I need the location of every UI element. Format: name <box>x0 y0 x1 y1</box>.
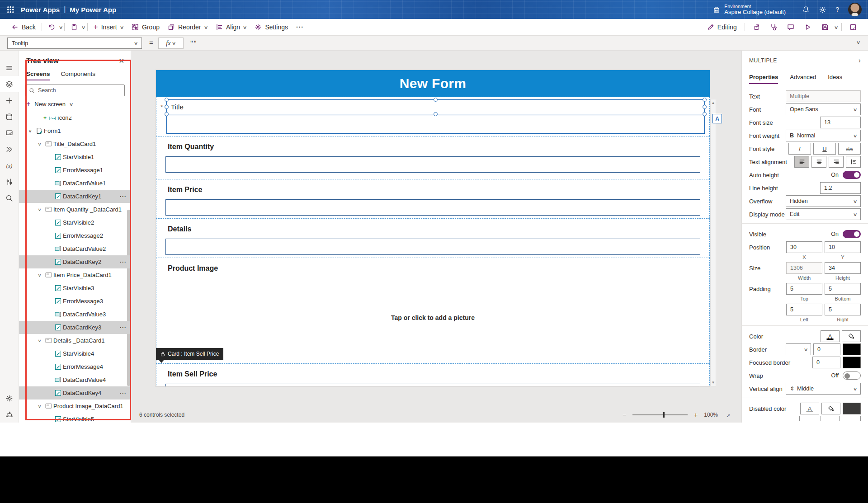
disabled-font-color-button[interactable]: A <box>800 403 819 414</box>
tab-components[interactable]: Components <box>61 71 96 80</box>
comments-button[interactable] <box>783 20 798 34</box>
app-launcher-icon[interactable] <box>0 6 21 13</box>
save-button[interactable] <box>817 20 833 34</box>
card-value-input[interactable] <box>166 116 705 134</box>
rail-item-search[interactable] <box>0 190 19 206</box>
font-size-input[interactable]: 13 <box>820 117 861 128</box>
tree-item[interactable]: DataCardValue2 <box>19 242 131 255</box>
rail-item-tree-view[interactable] <box>0 76 19 92</box>
overflow-dropdown[interactable]: Hidden∨ <box>786 195 861 207</box>
focused-border-width-input[interactable]: 0 <box>812 357 840 368</box>
vertical-align-dropdown[interactable]: ⇕Middle∨ <box>786 383 861 395</box>
disabled-color-swatch[interactable] <box>843 403 861 414</box>
size-width-input[interactable]: 1306 <box>786 262 822 274</box>
tree-item[interactable]: ErrorMessage1 <box>19 164 131 177</box>
strikethrough-button[interactable]: abc <box>838 143 861 155</box>
card-value-input[interactable] <box>165 384 700 386</box>
card-value-input[interactable] <box>165 156 700 173</box>
auto-height-toggle[interactable] <box>843 171 861 179</box>
rail-item-advanced-tools[interactable] <box>0 174 19 190</box>
tree-item[interactable]: StarVisible5 <box>19 413 131 423</box>
align-left-button[interactable] <box>794 156 809 168</box>
undo-menu-chevron[interactable]: ∨ <box>59 25 63 30</box>
rail-item-data[interactable] <box>0 108 19 125</box>
tree-item[interactable]: DataCardValue1 <box>19 177 131 190</box>
fit-to-window-icon[interactable]: ↔ <box>722 410 732 419</box>
visible-toggle[interactable] <box>843 230 861 238</box>
tree-item[interactable]: ∨Item Price_DataCard1 <box>19 268 131 282</box>
form-title-bar[interactable]: New Form <box>156 70 710 97</box>
selection-handle[interactable] <box>165 112 169 116</box>
position-y-input[interactable]: 10 <box>825 241 861 253</box>
tree-item[interactable]: ErrorMessage2 <box>19 229 131 242</box>
brand-title[interactable]: Power Apps <box>21 6 60 14</box>
tree-item[interactable]: StarVisible4 <box>19 347 131 360</box>
rail-item-power-automate[interactable] <box>0 141 19 157</box>
tree-item[interactable]: StarVisible2 <box>19 216 131 229</box>
data-card-details[interactable]: Details <box>156 218 710 258</box>
zoom-in-button[interactable]: + <box>694 411 698 418</box>
group-button[interactable]: Group <box>127 20 164 34</box>
border-width-input[interactable]: 0 <box>813 343 840 355</box>
tree-item[interactable]: DataCardKey1··· <box>19 190 131 203</box>
formula-input[interactable]: "" <box>190 40 197 47</box>
font-dropdown[interactable]: Open Sans∨ <box>786 103 861 115</box>
font-color-button[interactable]: A <box>821 330 840 342</box>
scroll-up-icon[interactable]: ▲ <box>711 101 716 105</box>
tab-screens[interactable]: Screens <box>26 71 50 80</box>
data-card-item-quantity[interactable]: Item Quantity <box>156 136 710 179</box>
expand-chevron-icon[interactable]: ∨ <box>34 273 44 277</box>
tree-item[interactable]: ∨Details _DataCard1 <box>19 334 131 347</box>
zoom-slider-thumb[interactable] <box>663 412 665 418</box>
notifications-icon[interactable] <box>802 6 810 14</box>
data-card-title[interactable]: *Title <box>156 97 710 136</box>
back-button[interactable]: Back <box>7 20 40 34</box>
tree-item[interactable]: ErrorMessage4 <box>19 360 131 373</box>
border-style-dropdown[interactable]: —∨ <box>786 343 811 355</box>
wrap-toggle[interactable] <box>843 371 861 380</box>
data-card-item-sell-price[interactable]: Item Sell Price <box>156 363 710 386</box>
align-justify-button[interactable] <box>846 156 861 168</box>
selected-card-key-label[interactable]: Title <box>166 99 705 114</box>
text-control-float-button[interactable]: A <box>712 114 722 123</box>
selection-handle[interactable] <box>165 105 169 109</box>
disabled-fill-color-button[interactable] <box>821 403 840 414</box>
expand-chevron-icon[interactable]: ∨ <box>25 129 35 133</box>
expand-chevron-icon[interactable]: ∨ <box>34 338 44 343</box>
zoom-slider[interactable] <box>632 414 688 415</box>
card-value-input[interactable] <box>165 239 700 255</box>
tree-item[interactable]: ∨Item Quantity _DataCard1 <box>19 203 131 216</box>
more-options-icon[interactable]: ··· <box>120 193 127 200</box>
close-icon[interactable]: ✕ <box>118 57 124 65</box>
scroll-down-icon[interactable]: ▼ <box>711 381 716 385</box>
tree-item[interactable]: StarVisible3 <box>19 282 131 295</box>
app-checker-button[interactable] <box>766 20 781 34</box>
tree-item[interactable]: +Icon2 <box>19 117 131 124</box>
align-right-button[interactable] <box>829 156 844 168</box>
image-upload-placeholder[interactable]: Tap or click to add a picture <box>156 258 709 363</box>
line-height-input[interactable]: 1.2 <box>820 182 861 194</box>
account-avatar[interactable] <box>848 3 862 16</box>
tree-item[interactable]: ∨Product Image_DataCard1 <box>19 400 131 413</box>
publish-button[interactable] <box>845 20 861 34</box>
save-menu-chevron[interactable]: ∨ <box>834 25 838 30</box>
tree-item[interactable]: DataCardKey3··· <box>19 321 131 334</box>
fx-button[interactable]: fx ∨ <box>158 38 184 49</box>
selection-handle[interactable] <box>703 98 707 102</box>
tree-item[interactable]: ∨Title_DataCard1 <box>19 137 131 150</box>
card-value-input[interactable] <box>165 199 700 216</box>
display-mode-dropdown[interactable]: Edit∨ <box>786 208 861 220</box>
data-card-item-price[interactable]: Item Price <box>156 179 710 219</box>
tab-advanced[interactable]: Advanced <box>790 74 816 84</box>
new-screen-button[interactable]: + New screen ∨ <box>19 96 131 110</box>
selection-handle[interactable] <box>703 105 707 109</box>
rail-item-variables[interactable]: (x) <box>0 157 19 174</box>
selection-handle[interactable] <box>703 112 707 116</box>
tree-item[interactable]: DataCardKey4··· <box>19 386 131 400</box>
share-button[interactable] <box>749 20 764 34</box>
more-options-icon[interactable]: ··· <box>120 390 127 396</box>
position-x-input[interactable]: 30 <box>786 241 822 253</box>
formula-expand-chevron[interactable]: ∨ <box>856 40 860 45</box>
reorder-button[interactable]: Reorder ∨ <box>164 20 212 34</box>
padding-left-input[interactable]: 5 <box>786 304 822 315</box>
